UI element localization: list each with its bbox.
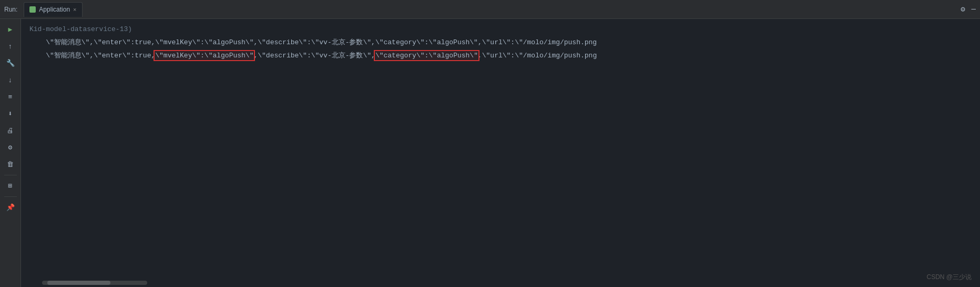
separator-2 bbox=[4, 196, 17, 197]
download-button[interactable]: ⬇ bbox=[3, 106, 18, 121]
output-content[interactable]: Kid-model-dataservice-13) \"智能消息\",\"ent… bbox=[21, 19, 980, 287]
top-bar-actions: ⚙ — bbox=[961, 5, 976, 14]
lines-button[interactable]: ≡ bbox=[3, 90, 18, 104]
grid-button[interactable]: ⊞ bbox=[3, 179, 18, 193]
settings-icon[interactable]: ⚙ bbox=[961, 5, 965, 14]
print-button[interactable]: 🖨 bbox=[3, 123, 18, 138]
highlight-category: \"category\":\"algoPush\" bbox=[375, 52, 478, 60]
tab-close-button[interactable]: × bbox=[73, 7, 76, 13]
trash-button[interactable]: 🗑 bbox=[3, 157, 18, 172]
tab-icon bbox=[29, 6, 36, 13]
highlight-mvelkey: \"mvelKey\":\"algoPush\" bbox=[155, 52, 253, 60]
scroll-up-button[interactable]: ↑ bbox=[3, 39, 18, 54]
horizontal-scrollbar[interactable] bbox=[42, 281, 147, 285]
scroll-thumb[interactable] bbox=[47, 281, 110, 285]
run-label: Run: bbox=[4, 6, 17, 13]
pin-button[interactable]: 📌 bbox=[3, 200, 18, 215]
wrench-button[interactable]: 🔧 bbox=[3, 56, 18, 71]
scroll-down-button[interactable]: ↓ bbox=[3, 73, 18, 87]
output-line-2: \"智能消息\",\"enter\":true,\"mvelKey\":\"al… bbox=[21, 50, 980, 63]
watermark: CSDN @三少说 bbox=[926, 273, 972, 282]
output-line-1: \"智能消息\",\"enter\":true,\"mvelKey\":\"al… bbox=[21, 36, 980, 50]
main-layout: ▶ ↑ 🔧 ↓ ≡ ⬇ 🖨 ⚙ 🗑 ⊞ 📌 Kid-model-dataserv… bbox=[0, 19, 980, 287]
top-bar: Run: Application × ⚙ — bbox=[0, 0, 980, 19]
output-line-0: Kid-model-dataservice-13) bbox=[21, 23, 980, 36]
gear-button[interactable]: ⚙ bbox=[3, 140, 18, 155]
application-tab[interactable]: Application × bbox=[24, 2, 82, 17]
minimize-icon[interactable]: — bbox=[972, 5, 976, 14]
play-button[interactable]: ▶ bbox=[3, 22, 18, 37]
sidebar: ▶ ↑ 🔧 ↓ ≡ ⬇ 🖨 ⚙ 🗑 ⊞ 📌 bbox=[0, 19, 21, 287]
tab-label: Application bbox=[39, 6, 70, 13]
separator-1 bbox=[4, 175, 17, 175]
